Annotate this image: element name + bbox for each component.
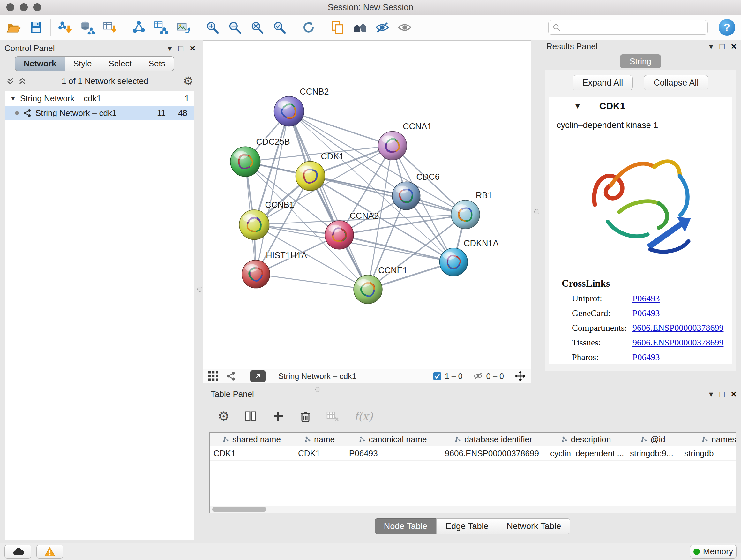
table-settings-gear-icon[interactable]: ⚙ [218,409,230,424]
selected-checkbox-icon[interactable] [433,372,442,381]
crosslink-link[interactable]: 9606.ENSP00000378699 [632,323,724,333]
network-collection-row[interactable]: ▼ String Network – cdk1 1 [5,91,194,106]
gene-expander-icon[interactable]: ▼ [574,102,582,111]
panel-close-icon[interactable]: × [731,388,737,399]
network-row[interactable]: String Network – cdk1 11 48 [5,106,194,120]
fit-selected-crosshair-icon[interactable] [515,371,526,381]
hidden-eye-icon[interactable] [473,371,483,381]
network-edge-CCNB2-HIST1H1A[interactable] [256,111,289,274]
crosslink-link[interactable]: 9606.ENSP00000378699 [632,337,724,348]
warnings-button[interactable] [37,545,63,559]
zoom-selected-icon[interactable] [272,19,287,36]
tab-sets[interactable]: Sets [140,56,174,71]
network-node-CDC6[interactable] [392,182,420,210]
panel-float-icon[interactable]: □ [720,389,725,399]
save-session-icon[interactable] [28,19,44,36]
clone-network-icon[interactable] [131,19,147,36]
tree-expander-icon[interactable]: ▼ [10,95,16,102]
right-splitter-grip[interactable] [534,209,539,214]
add-column-icon[interactable] [272,410,285,423]
delete-column-icon[interactable] [299,410,312,423]
column-header-name[interactable]: name [294,433,345,446]
network-from-table-icon[interactable] [153,19,169,36]
network-node-CCNB2[interactable] [274,97,304,126]
search-box[interactable] [548,20,708,35]
network-canvas[interactable]: CCNB2CCNA1CDC25BCDK1CDC6RB1CCNB1CCNA2CDK… [203,40,531,369]
network-edge-CCNE1-CCNB2[interactable] [289,111,368,290]
zoom-in-icon[interactable] [205,19,220,36]
gear-icon[interactable]: ⚙ [183,74,193,88]
node-table[interactable]: shared namenamecanonical namedatabase id… [209,432,736,513]
collapse-all-button[interactable]: Collapse All [644,75,709,90]
tab-node-table[interactable]: Node Table [375,518,436,534]
column-header-namespace[interactable]: namespace [680,433,736,446]
network-edge-CDK1-RB1[interactable] [310,176,465,214]
network-node-CCNB1[interactable] [239,210,269,240]
horizontal-scrollbar[interactable] [210,506,736,513]
panel-collapse-icon[interactable]: ▾ [709,42,713,51]
export-image-icon[interactable] [176,19,192,36]
column-header-database-identifier[interactable]: database identifier [441,433,546,446]
panel-float-icon[interactable]: □ [179,44,184,53]
network-node-CDK1[interactable] [295,161,325,191]
network-node-CCNA2[interactable] [325,221,354,249]
network-edge-CCNE1-HIST1H1A[interactable] [256,274,368,290]
tab-edge-table[interactable]: Edge Table [436,518,498,534]
copy-document-icon[interactable] [330,19,346,36]
import-table-icon[interactable] [102,19,118,36]
memory-button[interactable]: Memory [690,545,737,559]
help-button[interactable]: ? [719,19,735,36]
crosslink-link[interactable]: P06493 [632,308,660,318]
network-node-CCNE1[interactable] [354,275,382,304]
expand-all-icon[interactable] [18,77,27,85]
import-network-file-icon[interactable] [57,19,73,36]
panel-float-icon[interactable]: □ [720,42,725,51]
show-columns-icon[interactable] [245,410,257,423]
panel-collapse-icon[interactable]: ▾ [709,389,713,399]
import-network-database-icon[interactable] [79,19,95,36]
function-builder-icon[interactable]: f(x) [354,410,373,423]
network-node-CDKN1A[interactable] [440,248,468,276]
column-header-shared-name[interactable]: shared name [210,433,294,446]
horizontal-splitter-grip[interactable] [315,387,320,392]
crosslink-link[interactable]: P06493 [632,352,660,362]
zoom-window-button[interactable] [33,3,41,11]
search-input[interactable] [563,22,704,33]
crosslink-link[interactable]: P06493 [632,294,660,304]
column-header-canonical-name[interactable]: canonical name [345,433,441,446]
hide-unhide-icon[interactable] [374,19,390,36]
show-eye-icon[interactable] [397,19,413,36]
expand-all-button[interactable]: Expand All [572,75,633,90]
network-node-CDC25B[interactable] [230,146,260,177]
tab-style[interactable]: Style [65,56,100,71]
scrollbar-thumb[interactable] [212,507,266,512]
cloud-status-button[interactable] [4,545,31,559]
zoom-fit-icon[interactable] [249,19,265,36]
column-header-description[interactable]: description [546,433,626,446]
panel-close-icon[interactable]: × [731,41,737,52]
left-splitter-grip[interactable] [197,287,202,292]
tab-network-table[interactable]: Network Table [497,518,570,534]
minimize-window-button[interactable] [20,3,28,11]
close-window-button[interactable] [6,3,14,11]
column-header--id[interactable]: @id [626,433,680,446]
network-overview-icon[interactable] [226,371,236,381]
collapse-all-icon[interactable] [6,77,15,85]
export-view-button[interactable] [250,370,266,382]
birds-eye-view-icon[interactable] [208,371,219,381]
network-edge-CCNB2-CCNA1[interactable] [289,111,392,146]
panel-collapse-icon[interactable]: ▾ [168,44,172,53]
network-node-CCNA1[interactable] [378,131,407,160]
zoom-out-icon[interactable] [227,19,243,36]
panel-close-icon[interactable]: × [190,43,195,54]
gene-card-header[interactable]: ▼ CDK1 [549,97,732,115]
home-networks-icon[interactable] [352,19,368,36]
tab-select[interactable]: Select [100,56,140,71]
refresh-icon[interactable] [300,19,317,36]
network-node-HIST1H1A[interactable] [242,260,270,288]
open-session-icon[interactable] [6,19,22,36]
table-row[interactable]: CDK1CDK1P064939606.ENSP00000378699cyclin… [210,446,736,461]
network-node-RB1[interactable] [451,200,480,229]
tab-network[interactable]: Network [15,56,65,71]
string-results-tab[interactable]: String [620,54,661,68]
